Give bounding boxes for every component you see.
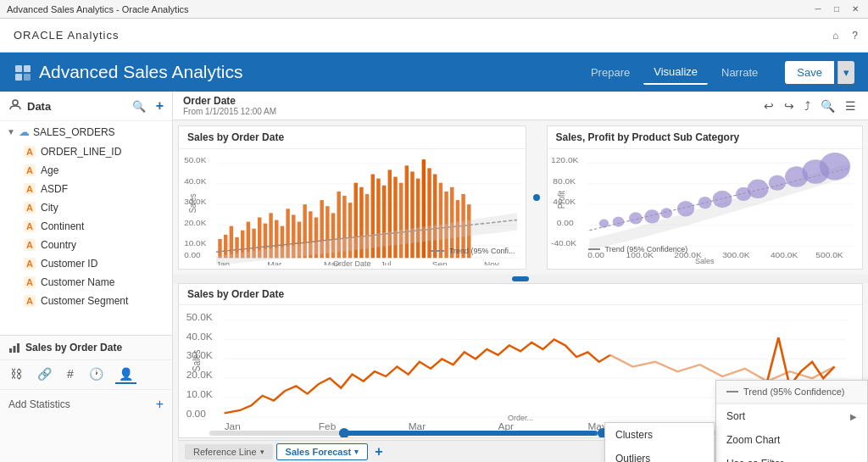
field-label: Age <box>41 164 58 176</box>
svg-rect-7 <box>17 343 19 353</box>
tree-item-6[interactable]: A Customer ID <box>0 254 172 273</box>
field-type-icon: A <box>24 258 36 270</box>
close-button[interactable]: ✕ <box>849 3 861 15</box>
svg-text:80.0K: 80.0K <box>553 176 576 185</box>
link2-icon[interactable]: 🔗 <box>34 365 55 384</box>
person-icon[interactable]: 👤 <box>115 365 136 384</box>
sidebar: Data 🔍 + ▼ ☁ SALES_ORDERS A ORDER_LINE_I… <box>0 92 173 462</box>
svg-point-88 <box>629 212 643 224</box>
svg-point-95 <box>747 180 768 198</box>
tree-item-7[interactable]: A Customer Name <box>0 273 172 292</box>
sidebar-bottom-panel: Sales by Order Date ⛓ 🔗 # 🕐 👤 Add Statis… <box>0 335 172 462</box>
svg-point-91 <box>676 201 693 216</box>
sub-ctx-outliers[interactable]: Outliers <box>605 447 714 462</box>
x-axis-label: Order Date <box>179 259 526 268</box>
vertical-resize-bar[interactable] <box>173 275 868 283</box>
cloud-icon: ☁ <box>19 125 30 138</box>
content-area: Data 🔍 + ▼ ☁ SALES_ORDERS A ORDER_LINE_I… <box>0 92 868 462</box>
add-statistics-item[interactable]: Add Statistics + <box>0 390 172 419</box>
svg-rect-22 <box>224 235 227 259</box>
field-type-icon: A <box>24 183 36 195</box>
svg-point-86 <box>598 219 608 227</box>
save-dropdown-button[interactable]: ▾ <box>837 61 854 84</box>
svg-text:20.0K: 20.0K <box>184 218 207 227</box>
svg-rect-52 <box>393 177 397 259</box>
svg-text:20.0K: 20.0K <box>186 370 214 380</box>
scatter-legend-label: Trend (95% Confidence) <box>605 245 688 253</box>
tree-item-8[interactable]: A Customer Segment <box>0 292 172 310</box>
svg-rect-3 <box>24 74 31 81</box>
ctx-zoom-chart[interactable]: Zoom Chart <box>716 428 867 452</box>
sub-context-menu: Clusters Outliers Reference Line Trend L… <box>604 422 715 462</box>
svg-rect-57 <box>422 159 426 258</box>
help-icon[interactable]: ? <box>852 30 858 42</box>
nav-prepare[interactable]: Prepare <box>581 61 640 84</box>
menu-icon[interactable]: ☰ <box>843 97 858 114</box>
tree-item-5[interactable]: A Country <box>0 236 172 254</box>
nav-narrate[interactable]: Narrate <box>711 61 768 84</box>
chart-icon <box>8 342 20 353</box>
tab-forecast-dropdown[interactable]: ▾ <box>354 448 359 456</box>
svg-rect-50 <box>382 186 386 259</box>
sidebar-add-icon[interactable]: + <box>156 98 164 114</box>
field-label: Continent <box>41 220 84 232</box>
sidebar-search-icon[interactable]: 🔍 <box>132 100 146 113</box>
ctx-sort[interactable]: Sort ▶ <box>716 404 867 428</box>
minimize-button[interactable]: ─ <box>812 3 824 15</box>
svg-rect-21 <box>218 239 221 258</box>
tree-item-2[interactable]: A ASDF <box>0 180 172 198</box>
tab-reference-line[interactable]: Reference Line ▾ <box>185 444 273 459</box>
svg-point-90 <box>660 208 672 218</box>
tree-group-sales-orders[interactable]: ▼ ☁ SALES_ORDERS <box>0 121 172 142</box>
add-statistics-label: Add Statistics <box>8 398 70 410</box>
data-tree: ▼ ☁ SALES_ORDERS A ORDER_LINE_ID A Age A… <box>0 121 172 335</box>
tree-item-3[interactable]: A City <box>0 198 172 217</box>
field-type-icon: A <box>24 220 36 232</box>
resize-handle[interactable] <box>531 120 542 275</box>
svg-text:0.00: 0.00 <box>556 218 574 226</box>
svg-point-89 <box>644 209 659 223</box>
chart-panel-top-left: Sales by Order Date 50.0K 40.0K 30.0K 20… <box>178 125 526 270</box>
home-icon[interactable]: ⌂ <box>832 30 838 42</box>
ctx-use-as-filter[interactable]: Use as Filter <box>716 452 867 462</box>
save-button[interactable]: Save <box>785 61 834 84</box>
svg-point-96 <box>768 175 785 191</box>
field-type-icon: A <box>24 295 36 307</box>
svg-rect-54 <box>405 165 409 258</box>
nav-visualize[interactable]: Visualize <box>643 60 708 85</box>
tree-item-0[interactable]: A ORDER_LINE_ID <box>0 142 172 161</box>
redo-icon[interactable]: ↪ <box>782 97 796 114</box>
svg-point-87 <box>612 216 624 226</box>
slider-left-handle[interactable] <box>339 428 349 437</box>
chart-title-top-left: Sales by Order Date <box>179 126 526 149</box>
sidebar-data-label: Data <box>27 100 51 113</box>
maximize-button[interactable]: □ <box>831 3 843 15</box>
svg-text:10.0K: 10.0K <box>184 238 207 248</box>
date-filter-info: Order Date From 1/1/2015 12:00 AM <box>183 95 276 116</box>
scatter-x-label: Sales <box>548 257 862 265</box>
sidebar-bottom-header: Sales by Order Date <box>0 336 172 360</box>
tab-reference-dropdown[interactable]: ▾ <box>260 448 264 456</box>
tree-item-1[interactable]: A Age <box>0 161 172 180</box>
svg-text:Feb: Feb <box>319 421 337 431</box>
tree-item-4[interactable]: A Continent <box>0 217 172 236</box>
undo-icon[interactable]: ↩ <box>762 97 776 114</box>
title-bar-controls: ─ □ ✕ <box>812 3 861 15</box>
chart-panel-top-right: Sales, Profit by Product Sub Category 12… <box>547 125 863 270</box>
field-type-icon: A <box>24 276 36 288</box>
tab-sales-forecast[interactable]: Sales Forecast ▾ <box>276 443 369 460</box>
share-icon[interactable]: ⤴ <box>803 97 812 114</box>
link-icon[interactable]: ⛓ <box>7 365 25 384</box>
add-tab-button[interactable]: + <box>375 444 382 459</box>
context-menu: Trend (95% Confidence) Sort ▶ Zoom Chart… <box>715 380 868 462</box>
sub-ctx-clusters[interactable]: Clusters <box>605 423 714 447</box>
svg-rect-55 <box>410 171 414 258</box>
svg-text:10.0K: 10.0K <box>186 389 214 398</box>
hash-icon[interactable]: # <box>64 365 77 384</box>
search-icon[interactable]: 🔍 <box>819 97 837 114</box>
clock-icon[interactable]: 🕐 <box>86 365 107 384</box>
page-title-area: Advanced Sales Analytics <box>14 62 242 82</box>
legend-trend-label: Trend (95% Confi... <box>449 247 515 255</box>
field-label: Country <box>41 239 76 251</box>
canvas-toolbar: Order Date From 1/1/2015 12:00 AM ↩ ↪ ⤴ … <box>173 92 868 120</box>
